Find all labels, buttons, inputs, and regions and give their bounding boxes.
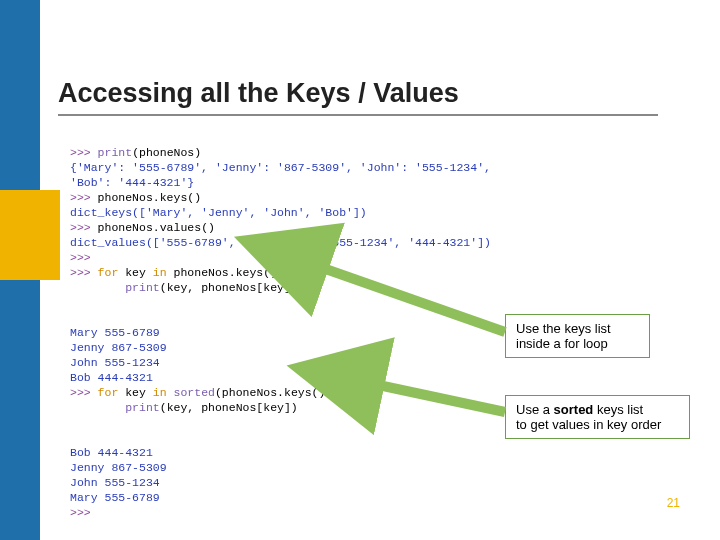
callout-sorted-keys: Use a sorted keys list to get values in … xyxy=(505,395,690,439)
prompt: >>> xyxy=(70,221,98,234)
code-fn: sorted xyxy=(174,386,215,399)
page-title: Accessing all the Keys / Values xyxy=(58,78,459,109)
prompt: >>> xyxy=(70,266,98,279)
code-text: phoneNos.values() xyxy=(98,221,215,234)
code-text: phoneNos.keys(): xyxy=(174,266,284,279)
code-output: Mary 555-6789 xyxy=(70,491,160,504)
sidebar-yellow-block xyxy=(0,190,60,280)
prompt: >>> xyxy=(70,191,98,204)
page-number: 21 xyxy=(667,496,680,510)
code-text: (key, phoneNos[key]) xyxy=(160,401,298,414)
code-fn: print xyxy=(125,401,160,414)
code-output: Jenny 867-5309 xyxy=(70,341,167,354)
code-kw: for xyxy=(98,266,126,279)
code-output: Bob 444-4321 xyxy=(70,371,153,384)
prompt: >>> xyxy=(70,506,98,519)
code-output: John 555-1234 xyxy=(70,476,160,489)
code-text: (phoneNos.keys()): xyxy=(215,386,339,399)
code-fn: print xyxy=(125,281,160,294)
code-output: John 555-1234 xyxy=(70,356,160,369)
code-text: key xyxy=(125,266,153,279)
code-output: Bob 444-4321 xyxy=(70,446,153,459)
code-text: key xyxy=(125,386,153,399)
code-kw: for xyxy=(98,386,126,399)
code-fn: print xyxy=(98,146,133,159)
code-output: 'Bob': '444-4321'} xyxy=(70,176,194,189)
callout-keys-for-loop: Use the keys list inside a for loop xyxy=(505,314,650,358)
code-indent xyxy=(70,401,125,414)
code-text: (phoneNos) xyxy=(132,146,201,159)
callout-text: to get values in key order xyxy=(516,417,679,432)
code-text: (key, phoneNos[key]) xyxy=(160,281,298,294)
code-kw: in xyxy=(153,266,174,279)
code-output: dict_values(['555-6789', '867-5309', '55… xyxy=(70,236,491,249)
code-kw: in xyxy=(153,386,174,399)
code-output: Jenny 867-5309 xyxy=(70,461,167,474)
callout-text: inside a for loop xyxy=(516,336,639,351)
prompt: >>> xyxy=(70,146,98,159)
code-indent xyxy=(70,281,125,294)
callout-text: Use a sorted keys list xyxy=(516,402,679,417)
callout-text: Use the keys list xyxy=(516,321,639,336)
code-output: dict_keys(['Mary', 'Jenny', 'John', 'Bob… xyxy=(70,206,367,219)
code-listing: >>> print(phoneNos) {'Mary': '555-6789',… xyxy=(70,130,570,520)
prompt: >>> xyxy=(70,386,98,399)
title-underline xyxy=(58,114,658,116)
prompt: >>> xyxy=(70,251,98,264)
code-text: phoneNos.keys() xyxy=(98,191,202,204)
code-output: Mary 555-6789 xyxy=(70,326,160,339)
code-output: {'Mary': '555-6789', 'Jenny': '867-5309'… xyxy=(70,161,491,174)
